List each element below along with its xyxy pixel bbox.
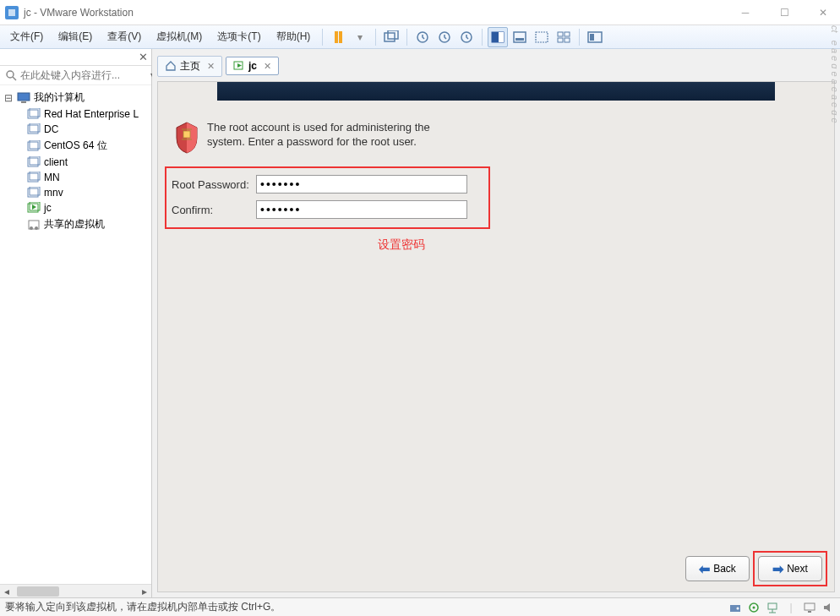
pause-button[interactable] [328, 27, 348, 47]
view-multi-button[interactable] [554, 27, 574, 47]
snapshot-button[interactable] [381, 27, 401, 47]
root-password-row: Root Password: [172, 175, 483, 194]
svg-rect-13 [565, 32, 570, 36]
home-icon [165, 60, 177, 72]
nav-buttons: ⬅ Back ➡ Next [685, 556, 822, 581]
tree-item-vm[interactable]: Red Hat Enterprise L [0, 106, 151, 122]
sidebar-close-icon[interactable]: ✕ [139, 51, 148, 63]
library-button[interactable] [585, 27, 605, 47]
maximize-button[interactable]: ☐ [772, 4, 796, 21]
tree-item-label: mnv [44, 187, 63, 199]
view-fullscreen-button[interactable] [510, 27, 530, 47]
tabs-row: 主页 ✕ jc ✕ [157, 54, 835, 78]
vm-icon [27, 140, 41, 152]
tree-item-label: MN [44, 172, 60, 183]
window-controls: ─ ☐ ✕ [734, 4, 835, 21]
device-network-icon[interactable] [766, 601, 779, 614]
back-button[interactable]: ⬅ Back [685, 556, 750, 581]
root-password-label: Root Password: [172, 178, 256, 191]
tab-close-icon[interactable]: ✕ [264, 61, 271, 72]
sidebar-scrollbar[interactable]: ◂ ▸ [0, 584, 151, 597]
svg-rect-42 [183, 131, 190, 138]
vm-running-icon [27, 202, 41, 214]
device-display-icon[interactable] [803, 601, 816, 614]
menu-tabs[interactable]: 选项卡(T) [210, 26, 267, 47]
installer-description: The root account is used for administeri… [207, 121, 461, 150]
vm-icon [27, 123, 41, 135]
play-dropdown[interactable]: ▾ [350, 27, 370, 47]
tree-item-vm-active[interactable]: jc [0, 200, 151, 215]
tab-jc[interactable]: jc ✕ [226, 57, 279, 75]
svg-marker-41 [237, 63, 242, 68]
separator [322, 29, 323, 46]
confirm-password-input[interactable] [256, 200, 467, 219]
tree-shared-vms[interactable]: 共享的虚拟机 [0, 215, 151, 233]
svg-rect-17 [590, 34, 594, 41]
svg-marker-36 [32, 204, 36, 210]
close-button[interactable]: ✕ [811, 4, 835, 21]
device-disk-icon[interactable] [728, 601, 742, 614]
svg-rect-1 [8, 9, 15, 16]
sidebar-search: ▾ [0, 66, 151, 85]
shield-icon [173, 121, 200, 155]
tab-jc-label: jc [248, 60, 257, 72]
vm-screen[interactable]: The root account is used for administeri… [157, 81, 835, 592]
tree-item-label: jc [44, 202, 52, 214]
expand-icon[interactable]: ⊟ [3, 92, 14, 104]
vm-icon [27, 187, 41, 199]
menu-view[interactable]: 查看(V) [101, 26, 148, 47]
sidebar-header: ✕ [0, 49, 151, 66]
tree-item-vm[interactable]: DC [0, 122, 151, 137]
tree-item-vm[interactable]: mnv [0, 185, 151, 200]
view-console-button[interactable] [488, 27, 508, 47]
titlebar: jc - VMware Workstation ─ ☐ ✕ [0, 0, 840, 25]
svg-point-18 [7, 71, 14, 78]
root-password-input[interactable] [256, 175, 467, 194]
scroll-left-icon[interactable]: ◂ [0, 586, 14, 597]
svg-rect-3 [388, 30, 398, 39]
status-icons: | [728, 601, 835, 614]
svg-rect-47 [768, 603, 777, 609]
sidebar: ✕ ▾ ⊟ 我的计算机 Red Hat Enterprise L DC Cent… [0, 49, 152, 597]
separator [579, 29, 580, 46]
clock2-button[interactable] [434, 27, 455, 47]
separator [406, 29, 407, 46]
tree-item-label: client [44, 156, 68, 168]
menu-file[interactable]: 文件(F) [3, 26, 50, 47]
svg-rect-20 [18, 93, 30, 101]
clock1-button[interactable] [412, 27, 433, 47]
expand-icon[interactable] [14, 219, 24, 231]
view-unity-button[interactable] [532, 27, 552, 47]
svg-rect-50 [805, 603, 815, 610]
tab-close-icon[interactable]: ✕ [207, 61, 215, 72]
minimize-button[interactable]: ─ [734, 4, 757, 21]
tree-root-mycomputer[interactable]: ⊟ 我的计算机 [0, 89, 151, 106]
svg-rect-12 [558, 32, 563, 36]
clock3-button[interactable] [456, 27, 477, 47]
confirm-password-label: Confirm: [172, 204, 256, 216]
search-input[interactable] [20, 69, 147, 81]
scroll-thumb[interactable] [17, 586, 59, 597]
content-area: 主页 ✕ jc ✕ The root account is used for a… [152, 49, 840, 597]
vm-tree: ⊟ 我的计算机 Red Hat Enterprise L DC CentOS 6… [0, 85, 151, 584]
svg-rect-14 [558, 38, 563, 42]
tab-home[interactable]: 主页 ✕ [157, 56, 222, 77]
device-cd-icon[interactable] [747, 601, 761, 614]
menu-vm[interactable]: 虚拟机(M) [150, 26, 209, 47]
app-icon [5, 6, 19, 19]
search-icon [5, 69, 17, 81]
tree-item-vm[interactable]: MN [0, 170, 151, 185]
svg-rect-10 [515, 38, 524, 41]
device-sound-icon[interactable] [821, 601, 835, 614]
next-button[interactable]: ➡ Next [758, 556, 822, 581]
menu-edit[interactable]: 编辑(E) [52, 26, 99, 47]
svg-rect-11 [536, 32, 548, 42]
tree-item-vm[interactable]: CentOS 64 位 [0, 137, 151, 155]
confirm-password-row: Confirm: [172, 200, 483, 219]
tree-shared-label: 共享的虚拟机 [44, 217, 105, 232]
svg-rect-51 [808, 611, 811, 613]
status-text: 要将输入定向到该虚拟机，请在虚拟机内部单击或按 Ctrl+G。 [5, 600, 728, 614]
scroll-right-icon[interactable]: ▸ [138, 586, 151, 597]
tree-item-vm[interactable]: client [0, 155, 151, 170]
menu-help[interactable]: 帮助(H) [270, 26, 318, 47]
